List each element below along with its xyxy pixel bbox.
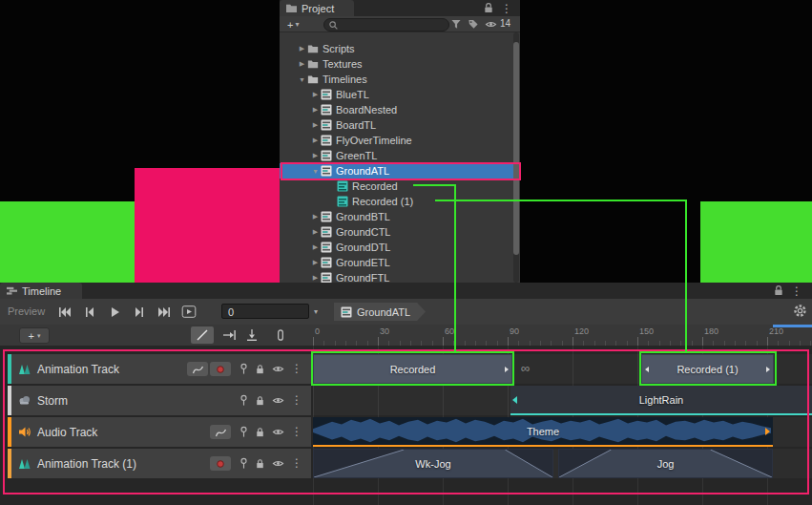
- mix-mode-button[interactable]: [191, 326, 214, 344]
- lock-icon[interactable]: [254, 426, 266, 438]
- lock-icon[interactable]: [483, 2, 494, 14]
- track-header-storm[interactable]: Storm ⋮: [8, 386, 311, 415]
- collapse-arrow-icon[interactable]: ▼: [310, 168, 321, 175]
- ripple-mode-button[interactable]: [218, 326, 240, 344]
- expand-arrow-icon[interactable]: ▶: [310, 274, 321, 282]
- expand-arrow-icon[interactable]: ▶: [310, 152, 321, 159]
- expand-arrow-icon[interactable]: ▶: [310, 259, 321, 266]
- track-lane-animation-1: Wk-Jog Jog: [313, 449, 812, 478]
- tab-project-label: Project: [302, 3, 334, 14]
- expand-arrow-icon[interactable]: ▶: [297, 45, 307, 53]
- create-asset-button[interactable]: +▾: [283, 18, 302, 31]
- tree-item-greentl[interactable]: ▶GreenTL: [280, 148, 513, 163]
- eye-icon[interactable]: [272, 363, 284, 375]
- timeline-asset-icon: [321, 272, 332, 283]
- tree-item-textures[interactable]: ▶Textures: [280, 56, 513, 72]
- clip-wk-jog[interactable]: Wk-Jog: [313, 449, 553, 478]
- tree-item-recorded-1[interactable]: Recorded (1): [280, 194, 513, 209]
- expand-arrow-icon[interactable]: ▶: [310, 243, 321, 251]
- timeline-ruler[interactable]: 0 30 60 90 120 150 180 210: [313, 325, 812, 346]
- preview-toggle[interactable]: Preview: [8, 305, 45, 317]
- tree-item-groundctl[interactable]: ▶GroundCTL: [280, 224, 513, 240]
- track-menu-icon[interactable]: ⋮: [291, 425, 302, 438]
- project-panel: Project ⋮ +▾ 14 ▶Scripts ▶Textures ▼Time…: [280, 0, 520, 283]
- goto-end-button[interactable]: [153, 304, 176, 320]
- eye-icon[interactable]: [272, 394, 284, 407]
- track-header-animation-1[interactable]: Animation Track (1) ⋮: [8, 449, 311, 478]
- eye-icon[interactable]: [272, 457, 284, 470]
- track-curves-button[interactable]: [210, 425, 231, 439]
- add-track-button[interactable]: +▾: [19, 327, 50, 344]
- track-lane-storm: LightRain: [313, 386, 812, 415]
- tree-item-grounddtl[interactable]: ▶GroundDTL: [280, 240, 513, 255]
- search-by-type-icon[interactable]: [449, 18, 463, 30]
- lock-icon[interactable]: [254, 394, 266, 407]
- expand-arrow-icon[interactable]: ▶: [310, 228, 321, 236]
- clip-lightrain[interactable]: LightRain: [510, 386, 812, 415]
- animation-clip-icon: [337, 180, 348, 192]
- tree-item-groundftl[interactable]: ▶GroundFTL: [280, 270, 513, 283]
- pin-icon[interactable]: [238, 426, 250, 438]
- track-menu-icon[interactable]: ⋮: [291, 456, 302, 470]
- pin-icon[interactable]: [238, 394, 250, 407]
- lock-icon[interactable]: [254, 363, 266, 375]
- pin-icon[interactable]: [238, 363, 250, 375]
- tree-item-recorded[interactable]: Recorded: [280, 179, 513, 194]
- timeline-panel: Timeline ⋮ Preview 0 ▾ GroundATL +▾ 0: [0, 283, 812, 505]
- visibility-eye-icon[interactable]: [484, 18, 497, 30]
- duration-marker[interactable]: [773, 325, 812, 327]
- lock-icon[interactable]: [254, 457, 266, 470]
- scrollbar-thumb[interactable]: [513, 42, 519, 255]
- panel-menu-kebab-icon[interactable]: ⋮: [791, 285, 802, 297]
- track-menu-icon[interactable]: ⋮: [291, 362, 302, 375]
- goto-start-button[interactable]: [53, 304, 76, 320]
- expand-arrow-icon[interactable]: ▶: [310, 121, 321, 129]
- marker-track-toggle[interactable]: [269, 326, 292, 344]
- tree-item-groundetl[interactable]: ▶GroundETL: [280, 255, 513, 270]
- tree-item-groundbtl[interactable]: ▶GroundBTL: [280, 209, 513, 224]
- lock-icon[interactable]: [773, 284, 784, 297]
- track-curves-button[interactable]: [187, 362, 208, 376]
- panel-menu-kebab-icon[interactable]: ⋮: [501, 3, 512, 14]
- scene-green-block-right: [700, 201, 812, 283]
- next-frame-button[interactable]: [128, 304, 151, 320]
- collapse-arrow-icon[interactable]: ▼: [297, 76, 307, 83]
- clip-recorded-1[interactable]: Recorded (1): [641, 354, 774, 384]
- tree-item-scripts[interactable]: ▶Scripts: [280, 41, 513, 56]
- expand-arrow-icon[interactable]: ▶: [310, 213, 321, 221]
- search-input[interactable]: [323, 18, 449, 32]
- track-header-animation[interactable]: Animation Track ⋮: [8, 354, 311, 384]
- tree-item-bluetl[interactable]: ▶BlueTL: [280, 87, 513, 102]
- tree-item-boardtl[interactable]: ▶BoardTL: [280, 117, 513, 133]
- expand-arrow-icon[interactable]: ▶: [310, 137, 321, 144]
- expand-arrow-icon[interactable]: ▶: [297, 60, 307, 68]
- gear-icon[interactable]: [788, 303, 811, 319]
- frame-field[interactable]: 0: [221, 304, 309, 319]
- clip-recorded[interactable]: Recorded: [313, 354, 512, 384]
- replace-mode-button[interactable]: [240, 326, 263, 344]
- track-record-button[interactable]: [210, 456, 231, 471]
- tree-item-groundatl-selected[interactable]: ▼GroundATL: [280, 163, 513, 179]
- pin-icon[interactable]: [238, 457, 250, 470]
- track-header-audio[interactable]: Audio Track ⋮: [8, 417, 311, 447]
- search-by-label-icon[interactable]: [467, 18, 480, 30]
- track-menu-icon[interactable]: ⋮: [291, 393, 302, 407]
- project-scrollbar[interactable]: [513, 32, 519, 283]
- tree-item-flyovertimeline[interactable]: ▶FlyOverTimeline: [280, 133, 513, 148]
- expand-arrow-icon[interactable]: ▶: [310, 91, 321, 98]
- tree-item-timelines[interactable]: ▼Timelines: [280, 72, 513, 87]
- tab-timeline[interactable]: Timeline: [0, 283, 82, 299]
- clip-jog[interactable]: Jog: [558, 449, 773, 478]
- frame-field-dropdown-icon[interactable]: ▾: [314, 307, 318, 316]
- play-button[interactable]: [103, 304, 126, 320]
- tab-project[interactable]: Project: [280, 0, 354, 16]
- tree-item-boardnested[interactable]: ▶BoardNested: [280, 102, 513, 117]
- previous-frame-button[interactable]: [78, 304, 101, 320]
- clip-theme[interactable]: Theme: [313, 417, 773, 447]
- breadcrumb-groundatl[interactable]: GroundATL: [334, 303, 426, 321]
- eye-icon[interactable]: [272, 426, 284, 438]
- track-record-button[interactable]: [210, 362, 231, 376]
- scene-green-block-left: [0, 201, 135, 283]
- expand-arrow-icon[interactable]: ▶: [310, 106, 321, 114]
- play-range-button[interactable]: [177, 304, 200, 320]
